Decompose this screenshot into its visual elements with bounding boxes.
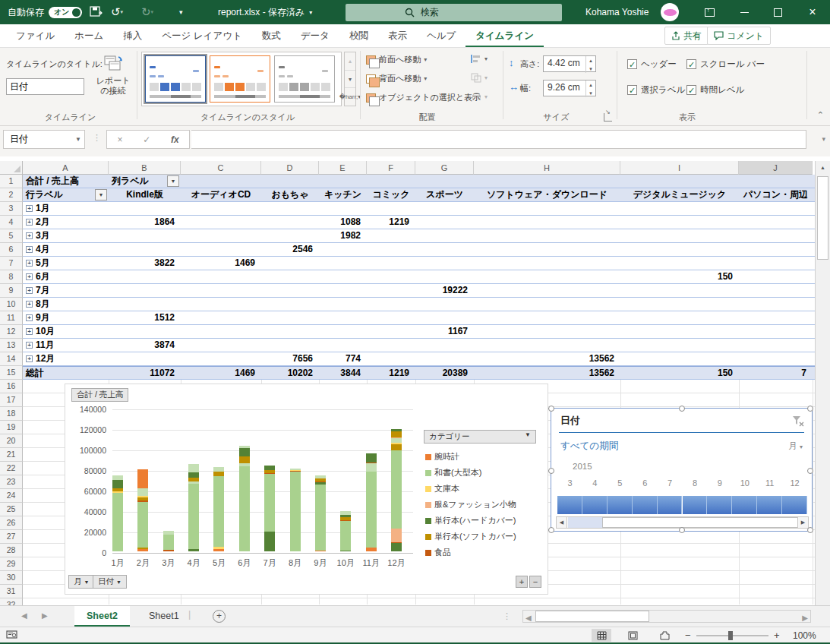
horizontal-scrollbar[interactable]: ◀ ▶ [522, 610, 811, 623]
row-header-9[interactable]: 9 [0, 284, 23, 298]
scroll-left-icon[interactable]: ◀ [525, 614, 532, 622]
column-header-E[interactable]: E [319, 161, 367, 175]
stacked-bar-6月[interactable] [239, 446, 250, 551]
stacked-bar-12月[interactable] [391, 429, 402, 551]
vertical-scrollbar-thumb[interactable] [817, 176, 828, 260]
ribbon-display-options-button[interactable] [693, 0, 726, 24]
name-box-dropdown-icon[interactable]: ▼ [75, 136, 81, 143]
pivot-row-label[interactable]: +5月 [26, 257, 50, 270]
report-connections-button[interactable]: レポート の接続 [91, 54, 135, 96]
row-header-21[interactable]: 21 [0, 448, 23, 462]
row-header-13[interactable]: 13 [0, 339, 23, 352]
selection-handle[interactable] [807, 527, 813, 533]
selection-pane-button[interactable]: オブジェクトの選択と表示 [366, 92, 481, 103]
checkbox-スクロール バー[interactable]: ✓スクロール バー [686, 58, 765, 70]
vertical-scrollbar[interactable]: ▲ ▼ [815, 161, 830, 623]
row-labels-filter-button[interactable]: ▼ [95, 189, 107, 200]
selection-handle[interactable] [548, 406, 554, 412]
timeline-month-cell[interactable] [608, 496, 633, 514]
ribbon-tab-数式[interactable]: 数式 [252, 24, 291, 47]
new-sheet-button[interactable]: + [213, 610, 226, 623]
row-header-24[interactable]: 24 [0, 489, 23, 503]
row-header-11[interactable]: 11 [0, 311, 23, 325]
row-header-25[interactable]: 25 [0, 503, 23, 516]
timeline-month-cell[interactable] [732, 496, 757, 514]
column-header-H[interactable]: H [474, 161, 620, 175]
timeline-month-cell[interactable] [633, 496, 658, 514]
sheet-nav-left-icon[interactable]: ◀ [21, 611, 27, 620]
row-header-16[interactable]: 16 [0, 380, 23, 393]
row-header-4[interactable]: 4 [0, 216, 23, 229]
timeline-month-cell[interactable] [683, 496, 708, 514]
timeline-month-cell[interactable] [782, 496, 807, 514]
pivot-row-label[interactable]: +9月 [26, 311, 50, 325]
maximize-button[interactable] [761, 0, 794, 24]
selection-handle[interactable] [679, 527, 685, 533]
chart-category-field-button[interactable]: カテゴリー▼ [424, 430, 536, 444]
timeline-month-cell[interactable] [757, 496, 782, 514]
cancel-icon[interactable]: × [117, 134, 122, 145]
ribbon-tab-ページ レイアウト[interactable]: ページ レイアウト [152, 24, 252, 47]
ribbon-tab-ファイル[interactable]: ファイル [6, 24, 65, 47]
row-header-29[interactable]: 29 [0, 557, 23, 571]
shape-height-field[interactable]: 4.42 cm ▲▼ [543, 55, 596, 72]
ribbon-tab-挿入[interactable]: 挿入 [113, 24, 152, 47]
sheet-tab-Sheet1[interactable]: Sheet1 [137, 606, 191, 627]
zoom-level[interactable]: 100% [793, 630, 816, 641]
row-header-19[interactable]: 19 [0, 421, 23, 434]
timeline-month-cell[interactable] [707, 496, 732, 514]
send-backward-button[interactable]: 背面へ移動▾ [366, 73, 427, 84]
sheet-tab-Sheet2[interactable]: Sheet2 [74, 606, 130, 627]
chart-collapse-button[interactable]: − [529, 576, 541, 588]
chart-values-field-button[interactable]: 合計 / 売上高 [71, 388, 128, 402]
column-header-A[interactable]: A [23, 161, 109, 175]
autosave-toggle[interactable]: 自動保存 オン [8, 0, 82, 24]
timeline-slicer[interactable]: 日付 すべての期間 月 ▾ 2015 3456789101112 ◀ ▶ [551, 408, 813, 532]
bring-forward-button[interactable]: 前面へ移動▾ [366, 54, 427, 65]
sheet-nav-right-icon[interactable]: ▶ [42, 611, 48, 620]
row-header-12[interactable]: 12 [0, 325, 23, 339]
expand-icon[interactable]: + [26, 355, 33, 362]
select-all-corner[interactable] [0, 161, 23, 175]
close-button[interactable]: × [796, 0, 829, 24]
chart-expand-button[interactable]: + [516, 576, 528, 588]
column-header-D[interactable]: D [261, 161, 319, 175]
expand-icon[interactable]: + [26, 342, 33, 349]
expand-icon[interactable]: + [26, 287, 33, 294]
axis-field-button-date[interactable]: 日付 ▼ [93, 575, 127, 589]
timeline-style-gray[interactable] [274, 55, 335, 103]
expand-icon[interactable]: + [26, 260, 33, 267]
row-header-10[interactable]: 10 [0, 298, 23, 311]
enter-icon[interactable]: ✓ [143, 134, 150, 145]
stacked-bar-7月[interactable] [264, 466, 275, 551]
expand-icon[interactable]: + [26, 273, 33, 280]
save-icon[interactable] [90, 0, 103, 24]
timeline-scroll-left-icon[interactable]: ◀ [557, 517, 567, 528]
normal-view-button[interactable] [592, 629, 611, 642]
ribbon-tab-タイムライン[interactable]: タイムライン [465, 24, 544, 47]
expand-icon[interactable]: + [26, 219, 33, 226]
stacked-bar-4月[interactable] [188, 464, 199, 551]
stacked-bar-3月[interactable] [163, 531, 174, 551]
pivot-row-label[interactable]: +6月 [26, 270, 50, 284]
undo-button[interactable]: ↺▾ [111, 0, 131, 24]
namebox-resize-handle[interactable]: ⋮ [93, 133, 101, 143]
pivot-row-label[interactable]: +3月 [26, 229, 50, 243]
row-header-1[interactable]: 1 [0, 175, 23, 188]
stacked-bar-10月[interactable] [340, 511, 351, 551]
expand-icon[interactable]: + [26, 328, 33, 335]
pivot-row-label[interactable]: +11月 [26, 339, 55, 352]
timeline-level-dropdown[interactable]: 月 ▾ [788, 440, 803, 452]
timeline-month-cell[interactable] [557, 496, 582, 514]
row-header-32[interactable]: 32 [0, 598, 23, 605]
row-header-8[interactable]: 8 [0, 270, 23, 284]
column-header-F[interactable]: F [367, 161, 415, 175]
stacked-bar-1月[interactable] [112, 475, 123, 551]
row-header-28[interactable]: 28 [0, 544, 23, 557]
ribbon-tab-データ[interactable]: データ [291, 24, 339, 47]
column-header-G[interactable]: G [415, 161, 474, 175]
ribbon-tab-表示[interactable]: 表示 [378, 24, 417, 47]
row-header-15[interactable]: 15 [0, 366, 23, 380]
row-header-5[interactable]: 5 [0, 229, 23, 243]
timeline-caption-input[interactable] [6, 78, 84, 95]
